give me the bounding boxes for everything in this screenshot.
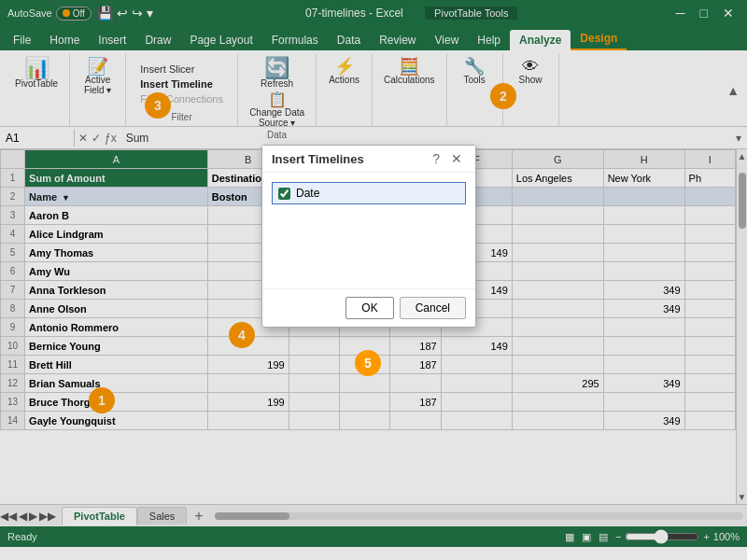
date-checkbox-row: Date — [272, 182, 466, 204]
modal-ok-btn[interactable]: OK — [345, 297, 393, 319]
modal-header: Insert Timelines ? ✕ — [262, 146, 475, 173]
modal-cancel-btn[interactable]: Cancel — [400, 297, 466, 319]
badge-5: 5 — [355, 350, 381, 376]
modal-body: Date — [262, 173, 475, 288]
modal-help-btn[interactable]: ? — [429, 151, 444, 166]
insert-timelines-modal: Insert Timelines ? ✕ Date OK Cancel — [261, 145, 476, 328]
modal-overlay: Insert Timelines ? ✕ Date OK Cancel 5 — [0, 0, 747, 560]
modal-controls: ? ✕ — [429, 151, 466, 166]
modal-footer: OK Cancel — [262, 288, 475, 327]
date-checkbox-label: Date — [296, 187, 319, 200]
modal-title: Insert Timelines — [272, 152, 364, 166]
modal-close-btn[interactable]: ✕ — [447, 151, 466, 166]
modal-spacer — [272, 204, 466, 279]
date-checkbox[interactable] — [278, 188, 290, 200]
